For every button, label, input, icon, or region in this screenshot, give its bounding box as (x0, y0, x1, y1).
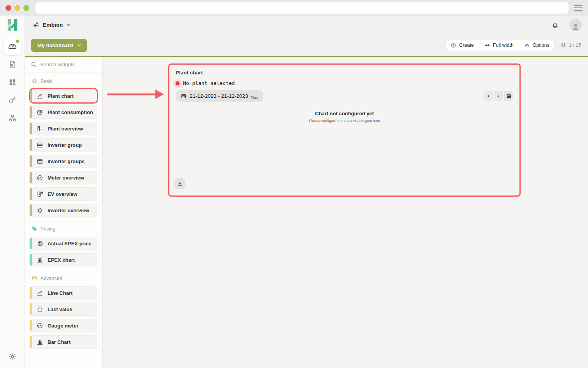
previous-period-button[interactable] (484, 91, 493, 101)
empty-state-subtitle: Please configure the chart via the gear … (169, 118, 519, 123)
widget-item-epex-chart[interactable]: EPEX chart (30, 253, 97, 266)
close-window-button[interactable] (5, 5, 11, 11)
arrows-horizontal-icon (484, 42, 490, 48)
next-period-button[interactable] (494, 91, 503, 101)
options-button[interactable]: Options (519, 40, 555, 51)
widget-library-panel: BasicPlant chartPlant consumptionPlant o… (25, 57, 103, 368)
active-indicator-dot (16, 40, 19, 43)
accent-bar (30, 320, 32, 331)
app-logo[interactable] (0, 16, 25, 34)
ev-charger-icon (37, 191, 43, 197)
widget-item-meter-overview[interactable]: Meter overview (30, 171, 97, 184)
h-logo-icon (6, 18, 19, 32)
chip-icon (37, 207, 43, 214)
address-bar[interactable] (35, 2, 569, 14)
section-label-text: Pricing (40, 226, 55, 232)
widget-item-label: Inverter overview (48, 208, 89, 213)
download-icon (177, 181, 183, 187)
invoice-icon (8, 60, 17, 69)
caret-left-icon (486, 94, 491, 99)
gauge-icon (37, 322, 43, 329)
widget-item-inverter-group[interactable]: Inverter group (30, 138, 97, 151)
window-controls (5, 5, 29, 11)
create-button[interactable]: Create (445, 40, 479, 51)
widget-item-label: Plant consumption (48, 109, 93, 115)
empty-state-message: Chart not configured yet Please configur… (169, 111, 519, 123)
widget-count-label: 1 / 15 (569, 42, 581, 48)
empty-state-title: Chart not configured yet (169, 111, 519, 116)
widget-item-ev-overview[interactable]: EV overview (30, 187, 97, 201)
widget-item-plant-chart[interactable]: Plant chart (30, 89, 97, 102)
widget-item-last-value[interactable]: Last value (30, 303, 97, 316)
widget-item-label: Last value (48, 306, 72, 312)
organization-selector[interactable]: Embion (31, 21, 70, 29)
plus-circle-icon (451, 42, 456, 48)
grid-icon (8, 78, 17, 86)
annotation-arrow (107, 90, 164, 99)
toolbar-button-group: Create Full width Options (445, 40, 555, 51)
section-label-text: Basic (40, 79, 53, 84)
rail-item-widgets[interactable] (0, 73, 25, 91)
download-button[interactable] (174, 178, 185, 189)
user-avatar[interactable] (569, 19, 582, 31)
table-icon (37, 158, 43, 165)
date-range-text: 21-12-2023 - 21-12-2023 (190, 93, 248, 99)
accent-bar (30, 139, 32, 151)
rail-item-invoices[interactable] (0, 55, 25, 73)
minimize-window-button[interactable] (14, 5, 20, 11)
widget-item-label: Plant overview (48, 126, 83, 132)
widget-item-line-chart[interactable]: Line Chart (30, 286, 97, 299)
molecule-icon (31, 21, 40, 29)
pie-chart-icon (37, 109, 43, 116)
widget-item-gauge-meter[interactable]: Gauge meter (30, 319, 97, 332)
gear-icon (524, 42, 530, 48)
widget-item-plant-consumption[interactable]: Plant consumption (30, 106, 97, 119)
calendar-filled-icon (506, 93, 512, 99)
widget-item-bar-chart[interactable]: Bar Chart (30, 335, 97, 349)
full-width-button[interactable]: Full width (479, 40, 519, 51)
calendar-icon (181, 93, 187, 99)
widget-item-label: Gauge meter (48, 323, 78, 329)
widget-item-label: Line Chart (48, 290, 72, 296)
widget-item-actual-epex-price[interactable]: Actual EPEX price (30, 237, 97, 250)
notifications-bell-icon[interactable] (551, 21, 559, 29)
section-label-text: Advanced (40, 276, 62, 281)
accent-bar (30, 172, 32, 183)
table-icon (37, 142, 43, 148)
section-label-basic: Basic (25, 76, 102, 86)
search-widgets-input[interactable] (40, 62, 97, 67)
factory-icon (37, 125, 43, 132)
rail-item-dashboard[interactable] (4, 37, 21, 55)
accent-bar (30, 303, 32, 315)
stopwatch-icon (37, 306, 43, 313)
status-text: No plant selected (183, 80, 235, 86)
plant-status: No plant selected (176, 80, 513, 86)
widget-sections: BasicPlant chartPlant consumptionPlant o… (25, 72, 102, 349)
rail-settings-button[interactable] (0, 345, 25, 368)
accent-bar (30, 188, 32, 200)
coin-euro-icon (37, 240, 43, 247)
dashboard-selector-button[interactable]: My dashboard (31, 39, 87, 52)
rail-item-access-keys[interactable] (0, 91, 25, 109)
widget-item-inverter-groups[interactable]: Inverter groups (30, 155, 97, 168)
widget-item-plant-overview[interactable]: Plant overview (30, 122, 97, 135)
icon-rail (0, 16, 25, 368)
maximize-window-button[interactable] (23, 5, 29, 11)
create-button-label: Create (459, 42, 474, 48)
browser-menu-icon[interactable] (574, 5, 583, 11)
gauge-icon (37, 174, 43, 181)
rail-item-hierarchy[interactable] (0, 109, 25, 127)
widget-title: Plant chart (176, 70, 513, 76)
accent-bar (30, 204, 32, 216)
widget-count: 1 / 15 (560, 42, 581, 48)
calendar-picker-button[interactable] (504, 91, 513, 101)
widget-item-inverter-overview[interactable]: Inverter overview (30, 204, 97, 217)
accent-bar (30, 106, 32, 118)
accent-bar (30, 238, 32, 249)
date-navigation (484, 91, 513, 101)
date-range-picker[interactable]: 21-12-2023 - 21-12-2023 Day (176, 90, 263, 102)
bar-chart-icon (37, 339, 43, 345)
layers-icon (560, 42, 567, 48)
accent-bar (30, 155, 32, 167)
date-period-label: Day (251, 96, 258, 100)
